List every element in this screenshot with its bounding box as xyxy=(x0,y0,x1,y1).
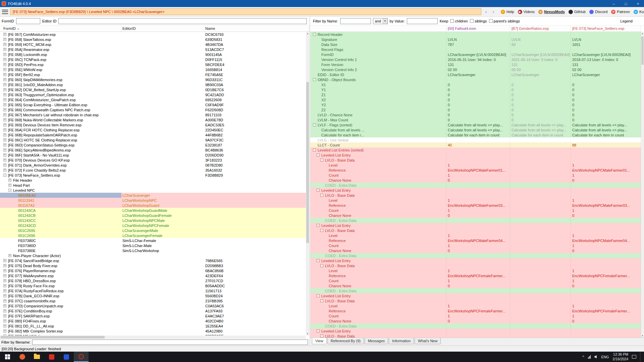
tree-row[interactable]: +[FE 075] Dead Body Fixer.espD2098BB3 xyxy=(0,263,306,268)
expand-toggle-icon[interactable]: + xyxy=(3,123,6,126)
tree-row[interactable]: +[FE 057] ComMoisturizer.espDC9C6793 xyxy=(0,32,306,37)
expand-toggle-icon[interactable]: + xyxy=(3,43,6,46)
grid-row[interactable]: -Leveled List Entry xyxy=(310,328,641,334)
taskbar-clock[interactable]: 12:36 PM 2/16/2024 xyxy=(612,352,628,361)
tree-row[interactable]: 001243CDLCharWorkshopNPCFemale xyxy=(0,223,306,228)
grid-row[interactable]: LVLD - Chance None000 xyxy=(310,112,641,117)
tree-row[interactable]: +[FE 079] Rusty Face Fix.espB05AADDC xyxy=(0,283,306,288)
expand-toggle-icon[interactable]: + xyxy=(3,108,6,111)
grid-row[interactable]: SignatureLVLNLVLNLVLN xyxy=(310,37,641,42)
tree-row[interactable]: +Head Part xyxy=(0,183,306,188)
tree-row[interactable]: +File Header xyxy=(0,178,306,183)
column-header-name[interactable]: Name xyxy=(204,25,309,32)
tree-row[interactable]: +[FE 067] Mechanist's Lair without robob… xyxy=(0,112,306,117)
grid-row[interactable]: Chance None00 xyxy=(310,213,641,218)
tab-messages[interactable]: Messages xyxy=(365,338,388,344)
tree-row[interactable]: +[FE 07A] RustyFaceFixRedux.esp11561713 xyxy=(0,288,306,293)
formid-input[interactable] xyxy=(16,18,40,24)
grid-row[interactable]: Data Size787601651 xyxy=(310,42,641,47)
expand-toggle-icon[interactable]: + xyxy=(8,179,11,182)
keep-siblings-checkbox[interactable]: siblings xyxy=(470,19,487,23)
tree-row[interactable]: FE07380ESimS-LCharWorkshop xyxy=(0,248,306,253)
tab-referenced-by-9[interactable]: Referenced By (9) xyxy=(327,338,364,344)
expand-toggle-icon[interactable]: + xyxy=(3,143,6,146)
expand-toggle-icon[interactable]: + xyxy=(3,159,6,162)
grid-row[interactable]: Count11 xyxy=(310,243,641,248)
tree-row[interactable]: +[FE 07B] Dank_ECO-INNR.esp5560BD24 xyxy=(0,293,306,298)
scroll-down-icon[interactable]: ▼ xyxy=(307,332,309,336)
expand-toggle-icon[interactable]: - xyxy=(317,329,320,333)
expand-toggle-icon[interactable]: + xyxy=(3,309,6,312)
expand-toggle-icon[interactable]: - xyxy=(317,224,320,227)
expand-toggle-icon[interactable]: + xyxy=(3,259,6,262)
tab-information[interactable]: Information xyxy=(389,338,414,344)
grid-row[interactable]: X1000 xyxy=(310,82,641,87)
expand-toggle-icon[interactable]: - xyxy=(3,174,6,177)
grid-row[interactable]: X2000 xyxy=(310,97,641,102)
expand-toggle-icon[interactable]: + xyxy=(3,138,6,141)
taskbar-app-blue[interactable] xyxy=(59,352,74,362)
tree-row[interactable]: +[FE 074] SanctFixedBridge.esp79B6E565 xyxy=(0,258,306,263)
tree-row[interactable]: +[FE 06F] StartASIA - No Vault111.espD20… xyxy=(0,153,306,158)
grid-row[interactable]: -Leveled List Entry xyxy=(310,293,641,298)
tree-row[interactable]: -[FE 073] NewFace_Settlers.espF3D8B829 xyxy=(0,173,306,178)
grid-row[interactable]: Chance None00 xyxy=(310,318,641,323)
tree-row[interactable]: +[FE 082] M8r Complex Sorter.esp45A129B0 xyxy=(0,328,306,334)
expand-toggle-icon[interactable]: + xyxy=(3,38,6,41)
tree-row[interactable]: +[FE 076] PlayerRenamer.esp6BAC856B xyxy=(0,268,306,273)
grid-row[interactable]: Y1000 xyxy=(310,87,641,92)
grid-row[interactable]: Count11 xyxy=(310,173,641,178)
grid-row[interactable]: -OBND - Object Bounds xyxy=(310,77,641,82)
breadcrumb[interactable]: [FE 073] NewFace_Settlers.esp (F3D8B829)… xyxy=(10,8,481,15)
tree-row[interactable]: 0002BEA0LCharScavenger xyxy=(0,193,306,198)
tab-view[interactable]: View xyxy=(312,338,327,344)
tray-chevron-icon[interactable]: ^ xyxy=(582,355,584,359)
grid-row[interactable]: EDID - Editor IDLCharScavengerLCharScave… xyxy=(310,72,641,77)
expand-toggle-icon[interactable]: + xyxy=(3,148,6,152)
taskbar-app-fo4edit[interactable] xyxy=(74,352,89,362)
show-desktop-button[interactable] xyxy=(640,352,642,362)
network-icon[interactable] xyxy=(588,355,591,359)
expand-toggle-icon[interactable]: + xyxy=(3,63,6,66)
tree-row[interactable]: 001243CBLCharWorkshopGuardFemale xyxy=(0,213,306,218)
tree-row[interactable]: +[FE 061] 1nivDD_MaleAddon.esp9B90C03A xyxy=(0,82,306,87)
toolbar-link-discord[interactable]: Discord xyxy=(589,10,607,14)
tree-row[interactable]: 001243CALCharWorkshopGuardMale xyxy=(0,208,306,213)
expand-toggle-icon[interactable]: - xyxy=(320,299,323,302)
expand-toggle-icon[interactable]: + xyxy=(3,128,6,131)
grid-row[interactable]: -LVLO - Base Data xyxy=(310,193,641,198)
grid-column-header[interactable]: [FE 073] NewFace_Settlers.esp xyxy=(571,25,641,32)
scrollbar-thumb[interactable] xyxy=(306,82,309,243)
expand-toggle-icon[interactable]: + xyxy=(3,58,6,61)
tree-row[interactable]: +[FE 068] Nuka-World Collectable Markers… xyxy=(0,117,306,122)
action-center-icon[interactable] xyxy=(632,355,636,359)
filter-by-name-input[interactable] xyxy=(340,18,371,24)
tree-row[interactable]: +[FE 06D] CompanionStatus-Settings.espE3… xyxy=(0,142,306,147)
grid-row[interactable]: ReferenceEncWorkshopNPCMaleFarmer01...En… xyxy=(310,168,641,173)
tree-row[interactable]: +[FE 071] Dank_ArmorOverrides.esp087B2D8… xyxy=(0,163,306,168)
grid-row[interactable]: Level11 xyxy=(310,233,641,238)
taskbar-app-browser[interactable] xyxy=(15,352,30,362)
expand-toggle-icon[interactable]: + xyxy=(3,103,6,106)
column-header-formid[interactable]: FormID▲ xyxy=(0,25,121,32)
tree-row[interactable]: +[FE 063] Thuggysmurf_Optimization.esp9C… xyxy=(0,92,306,97)
grid-row[interactable]: COED - Extra Data xyxy=(310,183,641,188)
grid-row[interactable]: -LVLO - Base Data xyxy=(310,298,641,303)
legend-link[interactable]: Legend xyxy=(620,19,641,23)
expand-toggle-icon[interactable]: + xyxy=(3,314,6,317)
grid-row[interactable]: Level11 xyxy=(310,268,641,273)
expand-toggle-icon[interactable]: + xyxy=(3,73,6,76)
expand-toggle-icon[interactable]: + xyxy=(3,289,6,292)
expand-toggle-icon[interactable]: + xyxy=(3,98,6,101)
expand-toggle-icon[interactable]: + xyxy=(3,169,6,172)
grid-row[interactable]: -LVLO - Base Data xyxy=(310,334,641,338)
tree-horizontal-scrollbar[interactable] xyxy=(0,336,306,339)
scroll-up-icon[interactable]: ▲ xyxy=(307,32,309,35)
tree-row[interactable]: +[FE 05C] TCNPack.espD0FF1115 xyxy=(0,57,306,62)
grid-row[interactable]: LVLM - Max Count000 xyxy=(310,117,641,122)
expand-toggle-icon[interactable]: + xyxy=(3,133,6,136)
minimize-button[interactable]: – xyxy=(608,0,620,7)
grid-row[interactable]: Chance None00 xyxy=(310,248,641,253)
start-button[interactable] xyxy=(0,352,15,362)
scrollbar-thumb[interactable] xyxy=(641,37,644,65)
